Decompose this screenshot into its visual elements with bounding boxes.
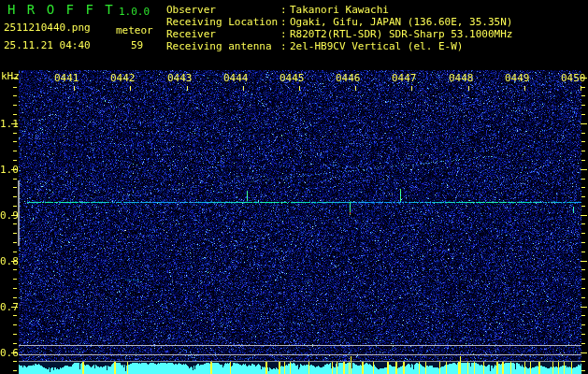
hrofft-window: H R O F F T 1.0.0 2511210440.png meteor … <box>0 0 588 374</box>
info-label: Receiver <box>166 28 280 40</box>
info-label: Observer <box>166 4 280 16</box>
info-row-observer: Observer:Takanori Kawachi <box>166 4 389 16</box>
spectrogram-canvas <box>0 0 588 374</box>
x-tick-label: 0447 <box>392 72 417 84</box>
info-value: 2el-HB9CV Vertical (el. E-W) <box>290 40 463 52</box>
info-label: Receiving antenna <box>166 40 280 52</box>
info-row-receiver: Receiver:R820T2(RTL-SDR) SDR-Sharp 53.10… <box>166 28 512 40</box>
echo-count: 59 <box>131 39 143 51</box>
x-tick-label: 0449 <box>505 72 530 84</box>
x-tick-label: 0442 <box>110 72 136 84</box>
y-tick-label: 1.1 <box>0 118 16 130</box>
info-row-location: Receiving Location:Ogaki, Gifu, JAPAN (1… <box>166 16 512 28</box>
y-axis-unit-label: kHz <box>1 70 20 82</box>
x-tick-label: 0446 <box>336 72 361 84</box>
info-separator: : <box>280 4 290 16</box>
x-tick-label: 0444 <box>223 72 249 84</box>
info-separator: : <box>280 28 290 40</box>
info-separator: : <box>280 16 290 28</box>
info-row-antenna: Receiving antenna:2el-HB9CV Vertical (el… <box>166 40 463 52</box>
info-value: Takanori Kawachi <box>290 4 389 16</box>
x-tick-label: 0445 <box>280 72 305 84</box>
datetime-label: 25.11.21 04:40 <box>4 39 91 51</box>
x-tick-label: 0448 <box>449 72 474 84</box>
mode-label: meteor <box>116 24 153 36</box>
y-tick-label: 1.0 <box>0 164 16 176</box>
app-version: 1.0.0 <box>119 6 150 18</box>
info-value: Ogaki, Gifu, JAPAN (136.60E, 35.35N) <box>290 16 512 28</box>
info-label: Receiving Location <box>166 16 280 28</box>
x-tick-label: 0450 <box>561 72 586 84</box>
info-value: R820T2(RTL-SDR) SDR-Sharp 53.1000MHz <box>290 28 512 40</box>
x-tick-label: 0443 <box>167 72 193 84</box>
output-filename: 2511210440.png <box>4 22 91 34</box>
y-tick-label: 0.9 <box>0 209 16 222</box>
info-separator: : <box>280 40 290 52</box>
x-tick-label: 0441 <box>54 72 79 84</box>
app-title: H R O F F T <box>7 4 115 16</box>
y-tick-label: 0.8 <box>0 255 16 267</box>
y-tick-label: 0.6 <box>0 347 16 359</box>
y-tick-label: 0.7 <box>0 301 16 313</box>
